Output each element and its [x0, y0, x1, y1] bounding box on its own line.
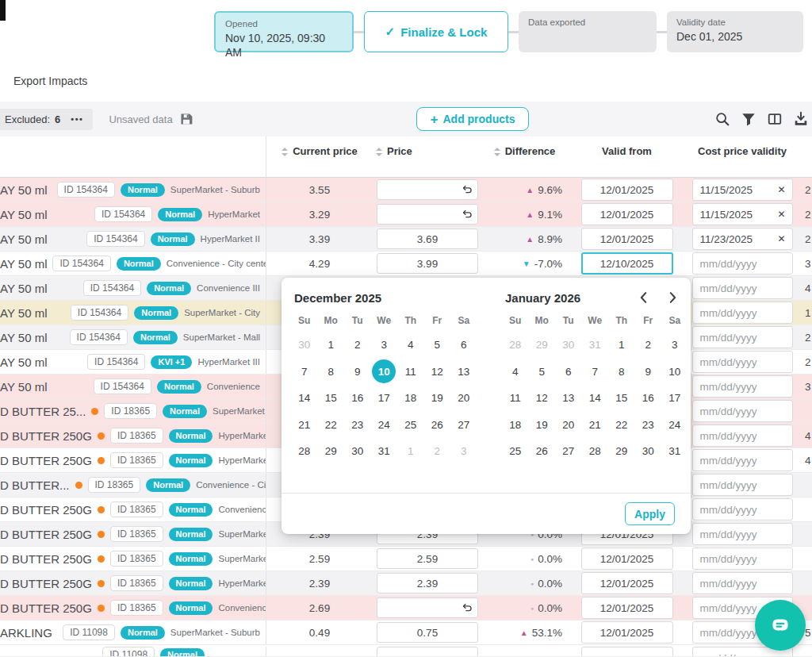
cost-validity-input[interactable]: mm/dd/yyyy: [692, 498, 793, 521]
cost-validity-input[interactable]: 11/23/2025✕: [692, 228, 793, 250]
calendar-day[interactable]: 28: [502, 332, 529, 359]
cost-validity-input[interactable]: 11/15/2025✕: [692, 179, 793, 201]
calendar-day[interactable]: 31: [661, 438, 688, 465]
cost-validity-input[interactable]: mm/dd/yyyy: [692, 523, 793, 545]
header-difference[interactable]: Difference: [482, 136, 567, 177]
chevron-right-icon[interactable]: [665, 290, 680, 305]
cost-validity-input[interactable]: 11/15/2025✕: [692, 203, 793, 225]
sort-icon[interactable]: [282, 148, 288, 156]
calendar-day[interactable]: 15: [318, 385, 345, 412]
more-options-icon[interactable]: •••: [71, 114, 83, 124]
valid-from-input[interactable]: [581, 647, 673, 657]
calendar-day[interactable]: 6: [450, 332, 477, 359]
calendar-day[interactable]: 16: [344, 385, 371, 412]
calendar-day[interactable]: 30: [344, 438, 371, 465]
calendar-day[interactable]: 3: [371, 332, 398, 359]
calendar-day[interactable]: 27: [450, 412, 477, 439]
calendar-day[interactable]: 28: [582, 438, 609, 465]
calendar-day[interactable]: 29: [318, 438, 345, 465]
calendar-day[interactable]: 21: [582, 412, 609, 439]
calendar-day[interactable]: 27: [555, 438, 582, 465]
calendar-day[interactable]: 4: [502, 359, 529, 386]
calendar-day[interactable]: 5: [529, 359, 556, 386]
cost-validity-input[interactable]: mm/dd/yyyy: [692, 277, 793, 299]
calendar-day[interactable]: 10: [661, 359, 688, 386]
cost-validity-input[interactable]: mm/dd/yyyy: [692, 425, 793, 447]
calendar-day[interactable]: 22: [608, 412, 635, 439]
cost-validity-input[interactable]: mm/dd/yyyy: [692, 326, 793, 348]
cost-validity-input[interactable]: mm/dd/yyyy: [692, 474, 793, 496]
calendar-day[interactable]: 16: [635, 385, 662, 412]
price-input[interactable]: 2.59: [377, 548, 478, 569]
undo-icon[interactable]: [461, 183, 473, 196]
filter-icon[interactable]: [741, 111, 756, 127]
calendar-day[interactable]: 9: [635, 359, 662, 386]
valid-from-input[interactable]: 12/01/2025: [581, 621, 673, 644]
undo-icon[interactable]: [461, 601, 473, 614]
calendar-day[interactable]: 26: [424, 412, 451, 439]
calendar-day[interactable]: 12: [424, 359, 451, 386]
calendar-day[interactable]: 11: [502, 385, 529, 412]
calendar-day[interactable]: 1: [318, 332, 345, 359]
cost-validity-input[interactable]: mm/dd/yyyy: [692, 375, 793, 398]
excluded-menu[interactable]: Excluded: 6 •••: [0, 109, 93, 130]
price-input[interactable]: 2.39: [377, 573, 478, 594]
valid-from-input[interactable]: 12/10/2025: [581, 252, 673, 275]
calendar-day[interactable]: 30: [635, 438, 662, 465]
valid-from-input[interactable]: 12/01/2025: [581, 572, 673, 594]
calendar-day[interactable]: 5: [424, 332, 451, 359]
price-input[interactable]: [377, 179, 478, 200]
calendar-day[interactable]: 6: [555, 359, 582, 386]
calendar-day-selected[interactable]: 10: [371, 359, 398, 386]
cost-validity-input[interactable]: mm/dd/yyyy: [692, 302, 793, 324]
calendar-day[interactable]: 12: [529, 385, 556, 412]
calendar-day[interactable]: 22: [318, 412, 345, 439]
calendar-day[interactable]: 28: [291, 438, 318, 465]
price-input[interactable]: [377, 597, 478, 618]
calendar-day[interactable]: 7: [582, 359, 609, 386]
calendar-day[interactable]: 17: [371, 385, 398, 412]
chat-launcher-button[interactable]: [755, 600, 806, 651]
calendar-day[interactable]: 31: [582, 332, 609, 359]
price-input[interactable]: [377, 204, 478, 225]
add-products-button[interactable]: + Add products: [416, 107, 529, 131]
valid-from-input[interactable]: 12/01/2025: [581, 228, 673, 250]
calendar-day[interactable]: 9: [344, 359, 371, 386]
calendar-day[interactable]: 2: [424, 438, 451, 465]
calendar-day[interactable]: 29: [608, 438, 635, 465]
calendar-day[interactable]: 17: [661, 385, 688, 412]
calendar-day[interactable]: 13: [555, 385, 582, 412]
step-data-exported[interactable]: Data exported: [519, 11, 657, 52]
price-input[interactable]: 3.69: [377, 229, 478, 249]
save-icon[interactable]: [179, 112, 193, 126]
header-price[interactable]: Price: [373, 136, 482, 177]
cost-validity-input[interactable]: mm/dd/yyyy: [692, 351, 793, 373]
calendar-day[interactable]: 8: [608, 359, 635, 386]
price-input[interactable]: [377, 647, 478, 657]
calendar-day[interactable]: 29: [529, 332, 556, 359]
price-input[interactable]: 0.75: [377, 622, 478, 643]
calendar-day[interactable]: 23: [344, 412, 371, 439]
apply-button[interactable]: Apply: [625, 502, 675, 525]
calendar-day[interactable]: 21: [291, 412, 318, 439]
calendar-day[interactable]: 19: [424, 385, 451, 412]
calendar-day[interactable]: 1: [608, 332, 635, 359]
clear-icon[interactable]: ✕: [777, 209, 791, 220]
calendar-day[interactable]: 1: [397, 438, 424, 465]
calendar-day[interactable]: 13: [450, 359, 477, 386]
calendar-day[interactable]: 26: [529, 438, 556, 465]
sort-icon[interactable]: [376, 148, 382, 156]
calendar-day[interactable]: 3: [661, 332, 688, 359]
calendar-day[interactable]: 19: [529, 412, 556, 439]
calendar-day[interactable]: 3: [450, 438, 477, 465]
clear-icon[interactable]: ✕: [777, 184, 791, 195]
calendar-day[interactable]: 31: [371, 438, 398, 465]
calendar-day[interactable]: 4: [397, 332, 424, 359]
undo-icon[interactable]: [461, 208, 473, 221]
calendar-day[interactable]: 30: [555, 332, 582, 359]
calendar-day[interactable]: 24: [661, 412, 688, 439]
calendar-day[interactable]: 14: [291, 385, 318, 412]
calendar-day[interactable]: 2: [344, 332, 371, 359]
calendar-day[interactable]: 18: [397, 385, 424, 412]
download-icon[interactable]: [793, 111, 809, 127]
